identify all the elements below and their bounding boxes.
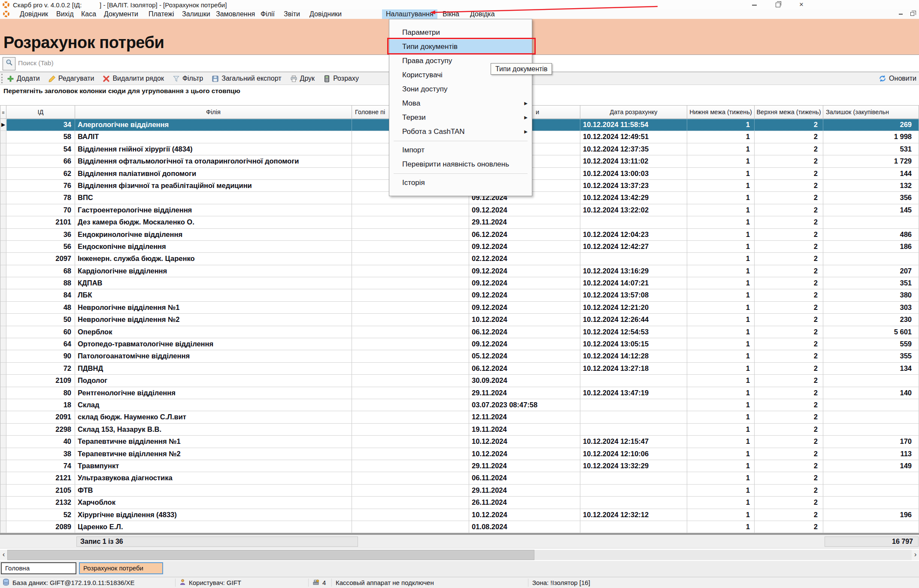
cell-balance[interactable] [823, 497, 919, 509]
cell-balance[interactable] [823, 521, 919, 533]
cell-calc_date[interactable]: 10.12.2024 12:32:12 [580, 509, 687, 521]
column-header-filia[interactable]: Філія [75, 105, 352, 119]
cell-upper[interactable]: 2 [755, 509, 823, 521]
table-row[interactable]: 68Кардіологічне відділення09.12.202410.1… [0, 265, 919, 277]
mdi-minimize-button[interactable] [895, 9, 906, 18]
cell-lower[interactable]: 1 [687, 350, 755, 362]
cell-col_hidden[interactable]: 12.11.2024 [469, 411, 580, 423]
delete-button[interactable]: Видалити рядок [102, 73, 164, 84]
cell-indicator[interactable] [0, 521, 6, 533]
menu-item-імпорт[interactable]: Імпорт [389, 143, 532, 157]
cell-balance[interactable]: 355 [823, 350, 919, 362]
cell-filia[interactable]: склад бюдж. Науменко С.Л.вит [75, 411, 352, 423]
cell-indicator[interactable] [0, 326, 6, 338]
cell-lower[interactable]: 1 [687, 155, 755, 167]
cell-golovne[interactable] [352, 472, 469, 484]
cell-golovne[interactable] [352, 485, 469, 497]
table-row[interactable]: 90Патологоанатомічне відділення05.12.202… [0, 350, 919, 362]
cell-col_hidden[interactable]: 06.11.2024 [469, 472, 580, 484]
cell-col_hidden[interactable]: 10.12.2024 [469, 436, 580, 448]
cell-calc_date[interactable]: 10.12.2024 13:16:29 [580, 265, 687, 277]
cell-id[interactable]: 52 [6, 509, 75, 521]
cell-balance[interactable]: 230 [823, 314, 919, 326]
cell-lower[interactable]: 1 [687, 192, 755, 204]
cell-filia[interactable]: Терапевтичне віділлення №2 [75, 448, 352, 460]
table-row[interactable]: 2109Подолог30.09.202412 [0, 375, 919, 387]
cell-filia[interactable]: Інженерн. служба бюдж. Царенко [75, 253, 352, 265]
cell-filia[interactable]: Ендокринологічне відділення [75, 229, 352, 241]
cell-calc_date[interactable]: 10.12.2024 11:58:54 [580, 119, 687, 131]
cell-indicator[interactable] [0, 387, 6, 399]
cell-upper[interactable]: 2 [755, 363, 823, 375]
cell-id[interactable]: 80 [6, 387, 75, 399]
cell-id[interactable]: 70 [6, 204, 75, 216]
cell-lower[interactable]: 1 [687, 253, 755, 265]
cell-balance[interactable]: 1 729 [823, 155, 919, 167]
cell-balance[interactable] [823, 411, 919, 423]
menubar-item-довідники[interactable]: Довідники [306, 9, 346, 19]
cell-golovne[interactable] [352, 253, 469, 265]
table-row[interactable]: 2091склад бюдж. Науменко С.Л.вит12.11.20… [0, 411, 919, 423]
cell-golovne[interactable] [352, 277, 469, 289]
add-button[interactable]: Додати [6, 73, 41, 84]
tab-головна[interactable]: Головна [1, 562, 76, 574]
cell-balance[interactable]: 303 [823, 302, 919, 314]
cell-golovne[interactable] [352, 204, 469, 216]
cell-indicator[interactable] [0, 253, 6, 265]
cell-calc_date[interactable]: 10.12.2024 13:32:29 [580, 460, 687, 472]
menu-item-параметри[interactable]: Параметри [389, 25, 532, 39]
cell-golovne[interactable] [352, 241, 469, 253]
cell-lower[interactable]: 1 [687, 460, 755, 472]
cell-golovne[interactable] [352, 302, 469, 314]
cell-id[interactable]: 68 [6, 265, 75, 277]
cell-golovne[interactable] [352, 411, 469, 423]
cell-indicator[interactable] [0, 289, 6, 301]
cell-golovne[interactable] [352, 216, 469, 228]
cell-lower[interactable]: 1 [687, 131, 755, 143]
menubar-item-налаштування[interactable]: Налаштування [382, 9, 437, 19]
table-row[interactable]: 74Травмпункт29.11.202410.12.2024 13:32:2… [0, 460, 919, 472]
cell-id[interactable]: 34 [6, 119, 75, 131]
cell-calc_date[interactable] [580, 253, 687, 265]
cell-indicator[interactable] [0, 375, 6, 387]
cell-col_hidden[interactable]: 29.11.2024 [469, 216, 580, 228]
cell-id[interactable]: 76 [6, 180, 75, 192]
table-row[interactable]: 72ПДВНД06.12.202410.12.2024 13:27:181213… [0, 363, 919, 375]
table-row[interactable]: 2105ФТВ29.11.202412 [0, 485, 919, 497]
cell-lower[interactable]: 1 [687, 216, 755, 228]
cell-calc_date[interactable]: 10.12.2024 12:37:35 [580, 143, 687, 155]
table-row[interactable]: 70Гастроентерологічне відділення09.12.20… [0, 204, 919, 216]
cell-filia[interactable]: ПДВНД [75, 363, 352, 375]
cell-balance[interactable]: 351 [823, 277, 919, 289]
cell-balance[interactable]: 132 [823, 180, 919, 192]
cell-balance[interactable]: 170 [823, 436, 919, 448]
toolbar-grip-handle[interactable] [1, 74, 4, 83]
cell-id[interactable]: 66 [6, 155, 75, 167]
cell-filia[interactable]: Подолог [75, 375, 352, 387]
scroll-right-arrow[interactable]: › [912, 550, 919, 560]
cell-col_hidden[interactable]: 30.09.2024 [469, 375, 580, 387]
cell-col_hidden[interactable]: 26.11.2024 [469, 497, 580, 509]
cell-golovne[interactable] [352, 375, 469, 387]
cell-indicator[interactable] [0, 192, 6, 204]
cell-calc_date[interactable]: 10.12.2024 12:26:44 [580, 314, 687, 326]
cell-filia[interactable]: Ендоскопічне відділення [75, 241, 352, 253]
cell-calc_date[interactable] [580, 216, 687, 228]
cell-col_hidden[interactable]: 09.12.2024 [469, 289, 580, 301]
cell-col_hidden[interactable]: 05.12.2024 [469, 350, 580, 362]
cell-filia[interactable]: Неврологічне відділення №1 [75, 302, 352, 314]
cell-filia[interactable]: Склад 153, Назарук В.В. [75, 424, 352, 436]
menubar-item-довідка[interactable]: Довідка [466, 9, 499, 19]
table-row[interactable]: 2089Царенко Е.Л.01.08.202412 [0, 521, 919, 533]
cell-id[interactable]: 84 [6, 289, 75, 301]
cell-indicator[interactable] [0, 143, 6, 155]
cell-balance[interactable]: 269 [823, 119, 919, 131]
cell-balance[interactable]: 531 [823, 143, 919, 155]
cell-balance[interactable]: 356 [823, 192, 919, 204]
cell-upper[interactable]: 2 [755, 314, 823, 326]
table-row[interactable]: 56Ендоскопічне відділення09.12.202410.12… [0, 241, 919, 253]
cell-id[interactable]: 48 [6, 302, 75, 314]
cell-filia[interactable]: КДПАВ [75, 277, 352, 289]
cell-indicator[interactable] [0, 180, 6, 192]
cell-upper[interactable]: 2 [755, 411, 823, 423]
